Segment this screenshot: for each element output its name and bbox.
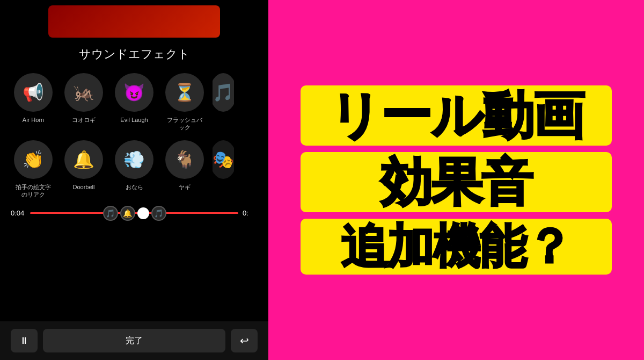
pause-icon: ⏸ (19, 335, 29, 347)
sound-item-flashback[interactable]: ⏳ フラッシュバック (162, 73, 207, 132)
doorbell-icon: 🔔 (73, 149, 94, 170)
flashback-icon: ⏳ (174, 82, 195, 103)
sound-circle-clapping: 👏 (14, 140, 53, 179)
fart-icon: 💨 (123, 149, 145, 170)
timeline-icon-2[interactable]: 🔔 (120, 206, 135, 221)
sound-item-air-horn[interactable]: 📢 Air Horn (11, 73, 56, 132)
sound-item-clapping[interactable]: 👏 拍手の絵文字のリアク (11, 140, 56, 199)
sound-circle-partial2: 🎭 (213, 140, 234, 179)
sound-item-cricket[interactable]: 🦗 コオロギ (61, 73, 106, 132)
flashback-label: フラッシュバック (165, 116, 204, 132)
video-preview (48, 5, 220, 38)
overlay-line3: 追加機能？ (311, 223, 601, 270)
sound-grid-row1: 📢 Air Horn 🦗 コオロギ 😈 Evil Laugh (0, 73, 268, 132)
timeline-icon-1[interactable]: 🎵 (103, 206, 118, 221)
sound-item-partial2[interactable]: 🎭 (213, 140, 234, 199)
sound-circle-doorbell: 🔔 (64, 140, 103, 179)
evil-laugh-label: Evil Laugh (120, 116, 148, 124)
yellow-box-line3: 追加機能？ (301, 219, 612, 275)
time-end: 0: (243, 209, 258, 217)
cricket-label: コオロギ (72, 116, 96, 124)
sound-circle-air-horn: 📢 (14, 73, 53, 112)
goat-icon: 🐐 (174, 149, 195, 170)
doorbell-label: Doorbell (73, 183, 95, 191)
text-panel: リール動画 効果音 追加機能？ (268, 0, 644, 360)
sound-circle-evil-laugh: 😈 (115, 73, 153, 112)
goat-label: ヤギ (179, 183, 191, 191)
yellow-box-line1: リール動画 (301, 85, 612, 146)
main-container: サウンドエフェクト 📢 Air Horn 🦗 コオロギ 😈 (0, 0, 644, 360)
fart-label: おなら (126, 183, 143, 191)
timeline-icons: 🎵 🔔 🎵 (103, 206, 166, 221)
air-horn-label: Air Horn (23, 116, 44, 124)
panel-title: サウンドエフェクト (0, 46, 268, 62)
sound-grid-row2: 👏 拍手の絵文字のリアク 🔔 Doorbell 💨 おなら (0, 140, 268, 199)
sound-circle-flashback: ⏳ (165, 73, 204, 112)
bottom-controls: ⏸ 完了 ↩ (0, 321, 268, 360)
undo-icon: ↩ (240, 334, 249, 347)
done-button[interactable]: 完了 (43, 329, 225, 352)
timeline-row: 0:04 🎵 🔔 🎵 0: (0, 198, 268, 222)
sound-circle-partial1: 🎵 (213, 73, 234, 112)
timeline-icon-thumb[interactable] (137, 207, 149, 219)
yellow-box-line2: 効果音 (301, 152, 612, 212)
sound-item-doorbell[interactable]: 🔔 Doorbell (61, 140, 106, 199)
air-horn-icon: 📢 (23, 82, 44, 103)
sound-item-partial1[interactable]: 🎵 (213, 73, 234, 132)
clapping-label: 拍手の絵文字のリアク (14, 183, 53, 199)
sound-circle-goat: 🐐 (165, 140, 204, 179)
cricket-icon: 🦗 (73, 82, 94, 103)
done-label: 完了 (126, 335, 143, 347)
sound-circle-cricket: 🦗 (64, 73, 103, 112)
sound-item-evil-laugh[interactable]: 😈 Evil Laugh (112, 73, 157, 132)
sound-item-fart[interactable]: 💨 おなら (112, 140, 157, 199)
partial2-icon: 🎭 (213, 149, 234, 170)
clapping-icon: 👏 (23, 149, 44, 170)
partial1-icon: 🎵 (213, 82, 234, 103)
overlay-line1: リール動画 (311, 90, 601, 141)
evil-laugh-icon: 😈 (123, 82, 145, 103)
timeline-icon-3[interactable]: 🎵 (151, 206, 166, 221)
undo-button[interactable]: ↩ (231, 329, 258, 352)
phone-panel: サウンドエフェクト 📢 Air Horn 🦗 コオロギ 😈 (0, 0, 268, 360)
time-start: 0:04 (11, 209, 26, 217)
sound-circle-fart: 💨 (115, 140, 153, 179)
sound-item-goat[interactable]: 🐐 ヤギ (162, 140, 207, 199)
pause-button[interactable]: ⏸ (11, 329, 38, 352)
timeline-track[interactable]: 🎵 🔔 🎵 (30, 212, 238, 214)
overlay-line2: 効果音 (311, 156, 601, 208)
